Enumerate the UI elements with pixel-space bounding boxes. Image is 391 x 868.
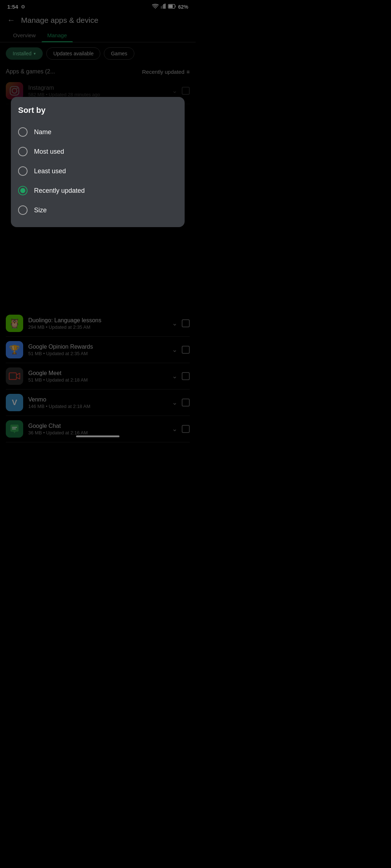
sort-radio-most-used[interactable] [18,147,28,156]
sort-option-size[interactable]: Size [18,200,177,220]
sort-label-most-used: Most used [34,148,64,156]
sort-label-size: Size [34,207,47,214]
sort-radio-name[interactable] [18,127,28,137]
sort-label-recently-updated: Recently updated [34,187,85,195]
sort-option-recently-updated[interactable]: Recently updated [18,181,177,200]
sort-radio-least-used[interactable] [18,166,28,176]
sort-radio-size[interactable] [18,205,28,215]
sort-label-least-used: Least used [34,167,66,175]
sort-radio-recently-updated[interactable] [18,186,28,195]
sort-option-least-used[interactable]: Least used [18,161,177,181]
sort-modal: Sort by Name Most used Least used Recent… [11,97,185,227]
sort-modal-title: Sort by [18,106,177,115]
sort-option-most-used[interactable]: Most used [18,142,177,161]
sort-option-name[interactable]: Name [18,122,177,142]
sort-label-name: Name [34,128,51,136]
sort-radio-inner [20,188,25,193]
